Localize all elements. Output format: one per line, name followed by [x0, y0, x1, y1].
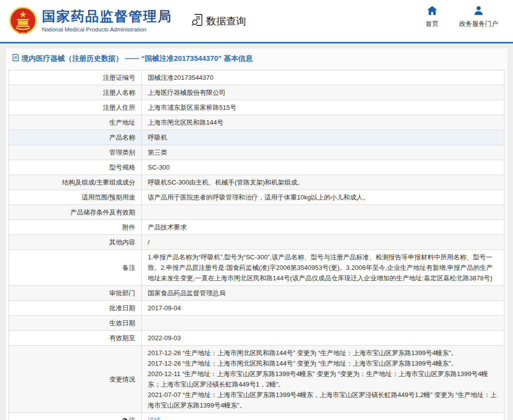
table-row: 注详情: [9, 413, 505, 420]
data-query-tab[interactable]: 数据查询: [191, 13, 246, 28]
row-value: 国械注准20173544370: [142, 70, 505, 85]
row-label: 注册证编号: [9, 70, 142, 85]
row-label-text: 注册人名称: [103, 89, 135, 96]
row-label: 管理类别: [9, 145, 142, 160]
row-label: 产品储存条件及有效期: [9, 205, 142, 220]
row-label-text: 产品名称: [109, 134, 135, 141]
change-record-line: 2017-12-26 “生产地址：上海市闸北区民和路144号” 变更为 “生产地…: [148, 348, 498, 358]
registration-info-table: 注册证编号国械注准20173544370注册人名称上海医疗器械股份有限公司注册人…: [8, 70, 505, 420]
row-value: 2017-09-04: [142, 301, 505, 316]
row-label-text: 结构及组成/主要组成成分: [62, 179, 135, 186]
document-search-icon: [191, 13, 204, 28]
row-label: 结构及组成/主要组成成分: [9, 175, 142, 190]
user-icon: [474, 6, 483, 17]
table-row: 注册人住所上海市浦东新区居家桥路515号: [9, 100, 505, 115]
table-row: 注册证编号国械注准20173544370: [9, 70, 505, 85]
row-value: SC-300: [142, 160, 505, 175]
row-label: 生效日期: [9, 316, 142, 331]
row-label-text: 适用范围/预期用途: [81, 194, 135, 201]
row-label: 注册人名称: [9, 85, 142, 100]
row-label-text: 生产地址: [109, 119, 135, 126]
nav-item-label: 政务服务门户: [459, 19, 498, 28]
row-label: 有效期至: [9, 331, 142, 346]
row-value: 呼吸机SC-300由主机、机械手(管路支架)和机架组成。: [142, 175, 505, 190]
page-title: 境内医疗器械（注册历史数据） —— “国械注准20173544370” 基本信息: [21, 54, 253, 63]
row-value: 上海市浦东新区居家桥路515号: [142, 100, 505, 115]
nmpa-emblem-logo-icon: [9, 7, 37, 35]
row-label-text: 注: [129, 417, 135, 420]
page-title-bar: 境内医疗器械（注册历史数据） —— “国械注准20173544370” 基本信息: [8, 53, 505, 68]
row-value: 2022-09-03: [142, 331, 505, 346]
row-value: 该产品用于医院患者的呼吸管理和治疗，适用于体重10kg以上的小儿和成人。: [142, 190, 505, 205]
row-label-text: 批准日期: [109, 304, 135, 312]
top-nav: 首页 政务服务门户: [420, 6, 498, 28]
table-row: 产品储存条件及有效期: [9, 205, 505, 220]
table-row: 结构及组成/主要组成成分呼吸机SC-300由主机、机械手(管路支架)和机架组成。: [9, 175, 505, 190]
row-label: 其他内容: [9, 235, 142, 250]
table-row: 审批部门国家食品药品监督管理总局: [9, 286, 505, 301]
row-label: 适用范围/预期用途: [9, 190, 142, 205]
row-label-text: 注册证编号: [103, 74, 135, 81]
table-row: 适用范围/预期用途该产品用于医院患者的呼吸管理和治疗，适用于体重10kg以上的小…: [9, 190, 505, 205]
row-label-text: 附件: [122, 223, 135, 231]
header-divider: [0, 42, 513, 43]
table-row: 型号规格SC-300: [9, 160, 505, 175]
table-row: 备注1.申报产品名称为“呼吸机”,型号为“SC-300”,该产品名称、型号与注册…: [9, 250, 505, 286]
row-value: 2017-12-26 “生产地址：上海市闸北区民和路144号” 变更为 “生产地…: [142, 346, 505, 413]
home-icon: [427, 6, 437, 17]
table-row: 其他内容/: [9, 235, 505, 250]
row-label-text: 管理类别: [109, 149, 135, 156]
row-value: 详情: [142, 413, 505, 420]
document-icon: [12, 54, 19, 63]
table-row: 附件产品技术要求: [9, 220, 505, 235]
site-header: 国家药品监督管理局 National Medical Products Admi…: [0, 0, 513, 42]
row-label-text: 有效期至: [109, 334, 135, 342]
table-row: 有效期至2022-09-03: [9, 331, 505, 346]
row-label-text: 型号规格: [109, 164, 135, 171]
row-label: 审批部门: [9, 286, 142, 301]
agency-name-block: 国家药品监督管理局 National Medical Products Admi…: [42, 9, 172, 32]
agency-name-en: National Medical Products Administration: [42, 26, 172, 33]
nav-item-service-portal[interactable]: 政务服务门户: [459, 6, 498, 28]
row-label: 型号规格: [9, 160, 142, 175]
row-value: 产品技术要求: [142, 220, 505, 235]
nav-item-home[interactable]: 首页: [420, 6, 444, 28]
row-label: 批准日期: [9, 301, 142, 316]
row-label: 产品名称: [9, 130, 142, 145]
row-label: 备注: [9, 250, 142, 286]
detail-link[interactable]: 详情: [148, 417, 161, 420]
row-value: 国家食品药品监督管理总局: [142, 286, 505, 301]
nav-item-label: 首页: [426, 19, 439, 28]
info-table-body: 注册证编号国械注准20173544370注册人名称上海医疗器械股份有限公司注册人…: [9, 70, 505, 420]
row-value: 第三类: [142, 145, 505, 160]
row-value: 1.申报产品名称为“呼吸机”,型号为“SC-300”,该产品名称、型号与注册产品…: [142, 250, 505, 286]
row-label: 生产地址: [9, 115, 142, 130]
table-row: 注册人名称上海医疗器械股份有限公司: [9, 85, 505, 100]
row-label-text: 注册人住所: [103, 104, 135, 111]
row-value: 呼吸机: [142, 130, 505, 145]
agency-name-cn: 国家药品监督管理局: [42, 9, 172, 24]
row-label-text: 产品储存条件及有效期: [70, 209, 135, 216]
table-row: 管理类别第三类: [9, 145, 505, 160]
row-label: 注: [9, 413, 142, 420]
table-row: 生产地址上海市闸北区民和路144号: [9, 115, 505, 130]
row-label-text: 生效日期: [109, 319, 135, 327]
row-label-text: 备注: [122, 264, 135, 271]
change-record-line: 2020-12-11 “生产地址：上海市宝山区罗东路1399号4幢东” 变更为 …: [148, 369, 498, 390]
row-label: 注册人住所: [9, 100, 142, 115]
row-label: 变更情况: [9, 346, 142, 413]
content-panel: 境内医疗器械（注册历史数据） —— “国械注准20173544370” 基本信息…: [5, 48, 508, 420]
change-record-line: 2017-12-26 “生产地址：上海市闸北区民和路144号” 变更为 “生产地…: [148, 358, 498, 369]
change-record-line: 2021-07-07 “生产地址：上海市宝山区罗东路1399号4幢东，上海市宝山…: [148, 390, 498, 411]
row-label-text: 变更情况: [109, 376, 135, 383]
row-value: [142, 316, 505, 331]
row-label-text: 审批部门: [109, 289, 135, 297]
table-row: 产品名称呼吸机: [9, 130, 505, 145]
row-value: 上海医疗器械股份有限公司: [142, 85, 505, 100]
note-icon: [122, 418, 127, 420]
row-value: [142, 205, 505, 220]
data-query-label: 数据查询: [206, 14, 246, 28]
table-row: 批准日期2017-09-04: [9, 301, 505, 316]
table-row: 变更情况2017-12-26 “生产地址：上海市闸北区民和路144号” 变更为 …: [9, 346, 505, 413]
row-label-text: 其他内容: [109, 238, 135, 246]
